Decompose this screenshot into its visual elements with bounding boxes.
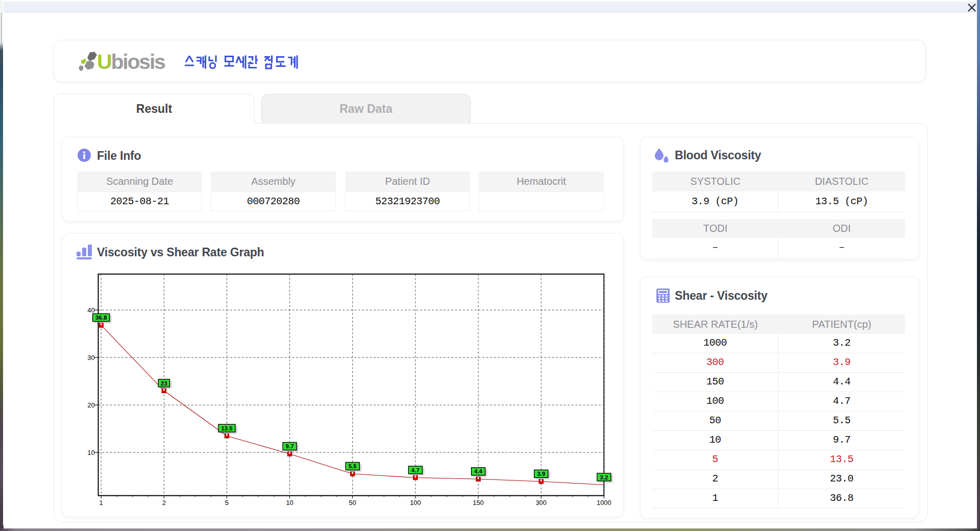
svg-text:20: 20 — [87, 401, 94, 409]
svg-text:50: 50 — [349, 499, 356, 506]
svg-text:2: 2 — [162, 499, 166, 506]
svg-text:10: 10 — [87, 449, 94, 456]
svg-text:3.2: 3.2 — [600, 474, 608, 480]
svg-text:9.7: 9.7 — [286, 443, 294, 449]
svg-text:3.9: 3.9 — [537, 471, 545, 477]
svg-text:100: 100 — [410, 499, 421, 506]
svg-text:36.8: 36.8 — [95, 315, 107, 321]
svg-text:4.7: 4.7 — [411, 467, 420, 473]
svg-text:13.5: 13.5 — [221, 425, 233, 431]
svg-text:40: 40 — [87, 306, 94, 314]
svg-text:23: 23 — [161, 380, 167, 387]
svg-text:150: 150 — [473, 499, 483, 506]
svg-text:1000: 1000 — [597, 499, 611, 506]
svg-text:10: 10 — [286, 499, 293, 506]
svg-text:30: 30 — [87, 354, 94, 361]
svg-text:5: 5 — [225, 499, 229, 506]
svg-text:1: 1 — [100, 499, 103, 506]
svg-text:4.4: 4.4 — [474, 468, 483, 474]
svg-text:5.5: 5.5 — [349, 463, 357, 469]
svg-text:300: 300 — [535, 499, 546, 506]
